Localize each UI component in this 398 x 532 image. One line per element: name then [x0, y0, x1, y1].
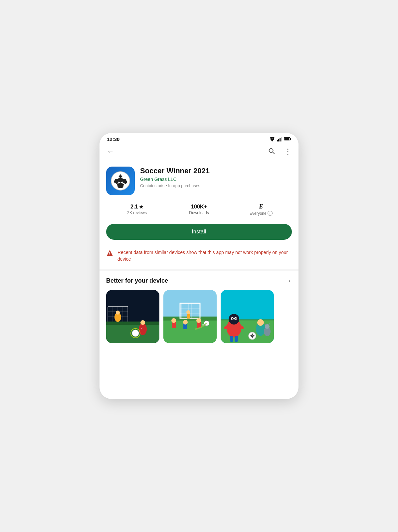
battery-icon — [284, 137, 291, 141]
star-icon: ★ — [139, 204, 143, 209]
section-divider — [100, 269, 298, 271]
back-button[interactable]: ← — [105, 145, 116, 158]
wifi-icon — [269, 137, 275, 142]
search-button[interactable] — [267, 146, 277, 158]
everyone-label: Everyone i — [250, 211, 273, 216]
soccer-ball-icon — [110, 171, 130, 191]
status-time: 12:30 — [107, 136, 119, 142]
svg-point-75 — [265, 324, 270, 329]
svg-rect-7 — [290, 138, 291, 140]
svg-point-54 — [196, 318, 201, 323]
downloads-value: 100K+ — [191, 204, 207, 210]
thumbnails-row: 7 — [106, 290, 292, 343]
svg-point-66 — [232, 318, 233, 320]
app-developer[interactable]: Green Grass LLC — [140, 177, 292, 182]
rating-value: 2.1 ★ — [130, 204, 143, 210]
downloads-label: Downloads — [189, 210, 209, 215]
svg-point-50 — [171, 318, 176, 323]
warning-text: Recent data from similar devices show th… — [117, 249, 292, 263]
svg-point-32 — [140, 320, 145, 325]
app-icon — [106, 167, 135, 195]
svg-line-10 — [273, 152, 274, 154]
svg-rect-8 — [284, 138, 289, 141]
svg-rect-2 — [277, 140, 278, 141]
svg-point-52 — [183, 320, 188, 325]
triangle-warning-icon: ! — [106, 249, 113, 257]
app-info: Soccer Winner 2021 Green Grass LLC Conta… — [100, 161, 298, 200]
svg-rect-5 — [281, 137, 282, 141]
phone-frame: 12:30 ← — [100, 133, 298, 399]
svg-point-73 — [257, 319, 264, 326]
search-icon — [268, 147, 275, 155]
rating-e-stat[interactable]: E Everyone i — [230, 203, 292, 216]
svg-rect-71 — [235, 336, 238, 342]
thumbnail-1[interactable]: 7 — [106, 290, 159, 343]
svg-point-36 — [116, 311, 120, 315]
rating-stat[interactable]: 2.1 ★ 2K reviews — [106, 204, 168, 215]
app-title: Soccer Winner 2021 — [140, 167, 292, 175]
app-meta: Contains ads • In-app purchases — [140, 184, 292, 188]
nav-left: ← — [105, 145, 116, 158]
nav-bar: ← ⋮ — [100, 143, 298, 161]
thumbnail-2[interactable] — [163, 290, 217, 343]
rating-e-value: E — [259, 203, 263, 210]
info-icon: i — [268, 211, 273, 216]
more-button[interactable]: ⋮ — [283, 146, 293, 157]
svg-text:7: 7 — [141, 326, 143, 329]
thumbnail-3[interactable] — [221, 290, 274, 343]
status-icons — [269, 137, 291, 142]
warning-icon: ! — [106, 249, 113, 258]
svg-point-63 — [229, 314, 239, 325]
better-header: Better for your device → — [106, 277, 292, 285]
install-button[interactable]: Install — [106, 224, 292, 240]
reviews-label: 2K reviews — [127, 210, 147, 215]
stats-row: 2.1 ★ 2K reviews 100K+ Downloads E Every… — [100, 200, 298, 220]
svg-rect-22 — [106, 322, 159, 325]
better-section: Better for your device → — [100, 271, 298, 347]
downloads-stat: 100K+ Downloads — [168, 204, 230, 215]
svg-rect-70 — [230, 336, 233, 342]
signal-icon — [277, 137, 282, 142]
better-arrow-button[interactable]: → — [285, 277, 292, 285]
svg-rect-3 — [278, 139, 279, 141]
install-section: Install — [100, 220, 298, 244]
warning-section: ! Recent data from similar devices show … — [100, 244, 298, 269]
svg-point-67 — [235, 318, 237, 320]
svg-text:!: ! — [109, 252, 110, 256]
rating-e-icon: E — [259, 203, 263, 210]
nav-right: ⋮ — [267, 146, 293, 158]
better-title: Better for your device — [106, 277, 168, 284]
svg-rect-4 — [280, 138, 281, 141]
svg-point-33 — [132, 330, 139, 336]
svg-point-56 — [186, 310, 190, 314]
status-bar: 12:30 — [100, 133, 298, 143]
app-details: Soccer Winner 2021 Green Grass LLC Conta… — [140, 167, 292, 188]
